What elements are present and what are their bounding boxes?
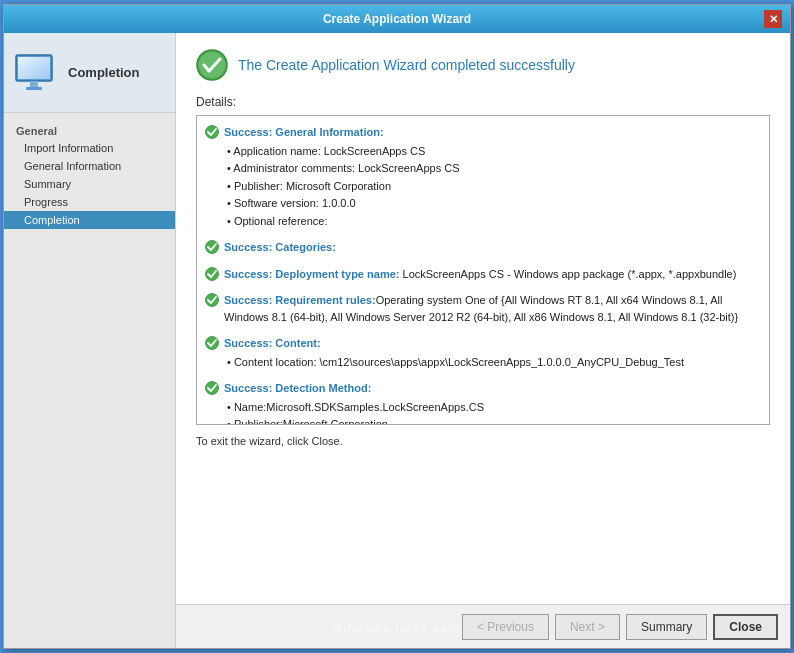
svg-rect-2 bbox=[18, 57, 50, 79]
check-icon-content bbox=[205, 336, 219, 350]
detail-bullet: Administrator comments: LockScreenApps C… bbox=[227, 160, 761, 177]
success-title: The Create Application Wizard completed … bbox=[238, 57, 575, 73]
sidebar-item-completion[interactable]: Completion bbox=[4, 211, 175, 229]
title-bar: Create Application Wizard ✕ bbox=[4, 5, 790, 33]
check-icon-deployment bbox=[205, 267, 219, 281]
detail-bullet-detection-publisher: Publisher:Microsoft Corporation bbox=[227, 416, 761, 425]
details-label: Details: bbox=[196, 95, 770, 109]
sidebar: Completion General Import Information Ge… bbox=[4, 33, 176, 648]
next-button[interactable]: Next > bbox=[555, 614, 620, 640]
detail-bullet-detection-name: Name:Microsoft.SDKSamples.LockScreenApps… bbox=[227, 399, 761, 416]
svg-rect-3 bbox=[30, 81, 38, 87]
window-title: Create Application Wizard bbox=[30, 12, 764, 26]
success-header: The Create Application Wizard completed … bbox=[196, 49, 770, 81]
computer-icon bbox=[12, 49, 60, 97]
summary-button[interactable]: Summary bbox=[626, 614, 707, 640]
detail-title-content: Success: Content: bbox=[224, 335, 321, 352]
svg-rect-4 bbox=[26, 87, 42, 90]
wizard-window: Create Application Wizard ✕ bbox=[3, 4, 791, 649]
detail-section-content: Success: Content: Content location: \cm1… bbox=[205, 335, 761, 370]
detail-bullet: Software version: 1.0.0.0 bbox=[227, 195, 761, 212]
detail-bullet-content: Content location: \cm12\sources\apps\app… bbox=[227, 354, 761, 371]
sidebar-item-progress[interactable]: Progress bbox=[4, 193, 175, 211]
sidebar-item-import-information[interactable]: Import Information bbox=[4, 139, 175, 157]
detail-section-detection: Success: Detection Method: Name:Microsof… bbox=[205, 380, 761, 425]
exit-note: To exit the wizard, click Close. bbox=[196, 435, 770, 447]
detail-section-general: Success: General Information: Applicatio… bbox=[205, 124, 761, 229]
nav-group-general-label: General bbox=[4, 121, 175, 139]
detail-bullet: Publisher: Microsoft Corporation bbox=[227, 178, 761, 195]
check-icon-requirements bbox=[205, 293, 219, 307]
main-content: The Create Application Wizard completed … bbox=[176, 33, 790, 648]
detail-section-categories: Success: Categories: bbox=[205, 239, 761, 256]
close-wizard-button[interactable]: Close bbox=[713, 614, 778, 640]
sidebar-header: Completion bbox=[4, 33, 175, 113]
sidebar-header-label: Completion bbox=[68, 65, 140, 80]
detail-title-requirements: Success: Requirement rules:Operating sys… bbox=[224, 292, 761, 325]
sidebar-nav: General Import Information General Infor… bbox=[4, 113, 175, 237]
sidebar-item-general-information[interactable]: General Information bbox=[4, 157, 175, 175]
check-icon-general bbox=[205, 125, 219, 139]
previous-button[interactable]: < Previous bbox=[462, 614, 549, 640]
detail-title-detection: Success: Detection Method: bbox=[224, 380, 371, 397]
svg-point-5 bbox=[33, 78, 35, 80]
details-box[interactable]: Success: General Information: Applicatio… bbox=[196, 115, 770, 425]
detail-bullet: Application name: LockScreenApps CS bbox=[227, 143, 761, 160]
detail-title-categories: Success: Categories: bbox=[224, 239, 336, 256]
success-icon bbox=[196, 49, 228, 81]
detail-title-deployment: Success: Deployment type name: LockScree… bbox=[224, 266, 736, 283]
detail-section-requirements: Success: Requirement rules:Operating sys… bbox=[205, 292, 761, 325]
close-button[interactable]: ✕ bbox=[764, 10, 782, 28]
check-icon-detection bbox=[205, 381, 219, 395]
detail-section-deployment: Success: Deployment type name: LockScree… bbox=[205, 266, 761, 283]
footer: < Previous Next > Summary Close bbox=[176, 604, 790, 648]
check-icon-categories bbox=[205, 240, 219, 254]
detail-bullet: Optional reference: bbox=[227, 213, 761, 230]
content-area: The Create Application Wizard completed … bbox=[176, 33, 790, 604]
detail-title-general: Success: General Information: bbox=[224, 124, 384, 141]
sidebar-item-summary[interactable]: Summary bbox=[4, 175, 175, 193]
